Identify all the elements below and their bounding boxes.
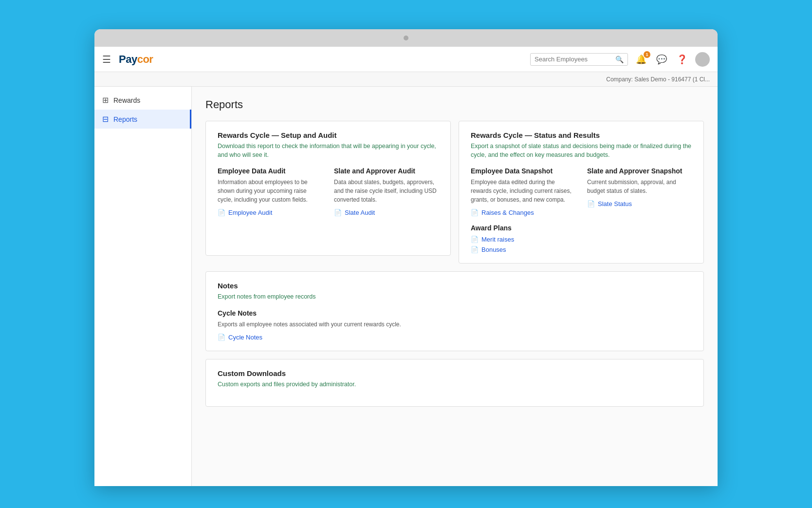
notes-card-title: Notes bbox=[218, 282, 692, 290]
merit-raises-label: Merit raises bbox=[481, 236, 514, 243]
notes-card: Notes Export notes from employee records… bbox=[205, 271, 704, 351]
custom-downloads-title: Custom Downloads bbox=[218, 369, 692, 377]
sidebar-item-reports-label: Reports bbox=[113, 115, 137, 123]
slate-approver-audit-section: Slate and Approver Audit Data about slat… bbox=[334, 167, 439, 216]
camera-dot bbox=[404, 36, 408, 40]
status-results-grid: Employee Data Snapshot Employee data edi… bbox=[471, 167, 692, 216]
award-plans-section: Award Plans 📄 Merit raises 📄 Bonuses bbox=[471, 224, 692, 253]
slate-status-label: Slate Status bbox=[598, 200, 632, 207]
app-container: ☰ Paycor 🔍 🔔 1 💬 ❓ Compa bbox=[94, 47, 718, 486]
notification-badge: 1 bbox=[644, 51, 650, 58]
employee-audit-link[interactable]: 📄 Employee Audit bbox=[218, 209, 322, 216]
top-row: Rewards Cycle — Setup and Audit Download… bbox=[205, 121, 704, 263]
employee-audit-label: Employee Audit bbox=[228, 209, 272, 216]
hamburger-icon[interactable]: ☰ bbox=[102, 54, 111, 65]
raises-changes-icon: 📄 bbox=[471, 209, 479, 216]
status-results-title: Rewards Cycle — Status and Results bbox=[471, 131, 692, 139]
navbar-right: 🔍 🔔 1 💬 ❓ bbox=[530, 52, 710, 67]
award-plans-title: Award Plans bbox=[471, 224, 692, 232]
cycle-notes-title: Cycle Notes bbox=[218, 309, 692, 317]
sidebar: ⊞ Rewards ⊟ Reports bbox=[94, 87, 192, 486]
slate-audit-label: Slate Audit bbox=[345, 209, 375, 216]
status-results-subtitle: Export a snapshot of slate status and de… bbox=[471, 142, 692, 159]
notes-row: Notes Export notes from employee records… bbox=[205, 271, 704, 351]
employee-data-audit-title: Employee Data Audit bbox=[218, 167, 322, 175]
notes-card-subtitle: Export notes from employee records bbox=[218, 293, 692, 301]
employee-data-audit-section: Employee Data Audit Information about em… bbox=[218, 167, 322, 216]
slate-approver-audit-title: Slate and Approver Audit bbox=[334, 167, 439, 175]
setup-audit-subtitle: Download this report to check the inform… bbox=[218, 142, 439, 159]
slate-approver-snapshot-section: Slate and Approver Snapshot Current subm… bbox=[587, 167, 692, 216]
sidebar-item-rewards-label: Rewards bbox=[113, 96, 140, 104]
navbar: ☰ Paycor 🔍 🔔 1 💬 ❓ bbox=[94, 47, 718, 72]
slate-status-icon: 📄 bbox=[587, 200, 595, 207]
status-results-card: Rewards Cycle — Status and Results Expor… bbox=[459, 121, 704, 263]
cycle-notes-link[interactable]: 📄 Cycle Notes bbox=[218, 334, 692, 341]
company-info: Company: Sales Demo - 916477 (1 Cl... bbox=[606, 76, 710, 83]
sidebar-item-reports[interactable]: ⊟ Reports bbox=[94, 110, 191, 129]
slate-approver-audit-desc: Data about slates, budgets, approvers, a… bbox=[334, 178, 439, 204]
bonuses-icon: 📄 bbox=[471, 246, 479, 253]
slate-audit-icon: 📄 bbox=[334, 209, 342, 216]
employee-data-snapshot-title: Employee Data Snapshot bbox=[471, 167, 575, 175]
cycle-notes-label: Cycle Notes bbox=[228, 334, 262, 341]
setup-audit-title: Rewards Cycle — Setup and Audit bbox=[218, 131, 439, 139]
merit-raises-link[interactable]: 📄 Merit raises bbox=[471, 236, 692, 243]
slate-approver-snapshot-desc: Current submission, approval, and budget… bbox=[587, 178, 692, 195]
cycle-notes-desc: Exports all employee notes associated wi… bbox=[218, 320, 692, 329]
custom-downloads-subtitle: Custom exports and files provided by adm… bbox=[218, 380, 692, 389]
slate-status-link[interactable]: 📄 Slate Status bbox=[587, 200, 692, 207]
main-layout: ⊞ Rewards ⊟ Reports Reports Rewards Cycl… bbox=[94, 87, 718, 486]
company-bar: Company: Sales Demo - 916477 (1 Cl... bbox=[94, 72, 718, 87]
employee-data-snapshot-section: Employee Data Snapshot Employee data edi… bbox=[471, 167, 575, 216]
employee-data-snapshot-desc: Employee data edited during the rewards … bbox=[471, 178, 575, 204]
cycle-notes-section: Cycle Notes Exports all employee notes a… bbox=[218, 309, 692, 341]
custom-downloads-card: Custom Downloads Custom exports and file… bbox=[205, 359, 704, 407]
raises-changes-link[interactable]: 📄 Raises & Changes bbox=[471, 209, 575, 216]
content-area: Reports Rewards Cycle — Setup and Audit … bbox=[192, 87, 718, 486]
logo-text: Paycor bbox=[119, 53, 153, 66]
employee-data-audit-desc: Information about employees to be shown … bbox=[218, 178, 322, 204]
search-box[interactable]: 🔍 bbox=[530, 53, 628, 66]
raises-changes-label: Raises & Changes bbox=[481, 209, 534, 216]
reports-icon: ⊟ bbox=[102, 114, 109, 124]
search-input[interactable] bbox=[535, 56, 612, 63]
search-icon: 🔍 bbox=[615, 56, 624, 63]
browser-frame: ☰ Paycor 🔍 🔔 1 💬 ❓ Compa bbox=[94, 29, 718, 486]
user-avatar[interactable] bbox=[695, 52, 710, 67]
slate-approver-snapshot-title: Slate and Approver Snapshot bbox=[587, 167, 692, 175]
custom-downloads-row: Custom Downloads Custom exports and file… bbox=[205, 359, 704, 407]
setup-audit-card: Rewards Cycle — Setup and Audit Download… bbox=[205, 121, 451, 256]
rewards-icon: ⊞ bbox=[102, 95, 109, 105]
page-title: Reports bbox=[205, 98, 704, 111]
bonuses-link[interactable]: 📄 Bonuses bbox=[471, 246, 692, 253]
notifications-button[interactable]: 🔔 1 bbox=[634, 52, 648, 67]
browser-chrome bbox=[94, 29, 718, 47]
paycor-logo: Paycor bbox=[119, 53, 153, 66]
slate-audit-link[interactable]: 📄 Slate Audit bbox=[334, 209, 439, 216]
cycle-notes-icon: 📄 bbox=[218, 334, 225, 341]
navbar-left: ☰ Paycor bbox=[102, 53, 153, 66]
messages-button[interactable]: 💬 bbox=[654, 52, 669, 67]
employee-audit-icon: 📄 bbox=[218, 209, 225, 216]
merit-raises-icon: 📄 bbox=[471, 236, 479, 243]
bonuses-label: Bonuses bbox=[481, 246, 506, 253]
help-button[interactable]: ❓ bbox=[675, 52, 689, 67]
sidebar-item-rewards[interactable]: ⊞ Rewards bbox=[94, 91, 191, 110]
setup-audit-grid: Employee Data Audit Information about em… bbox=[218, 167, 439, 216]
